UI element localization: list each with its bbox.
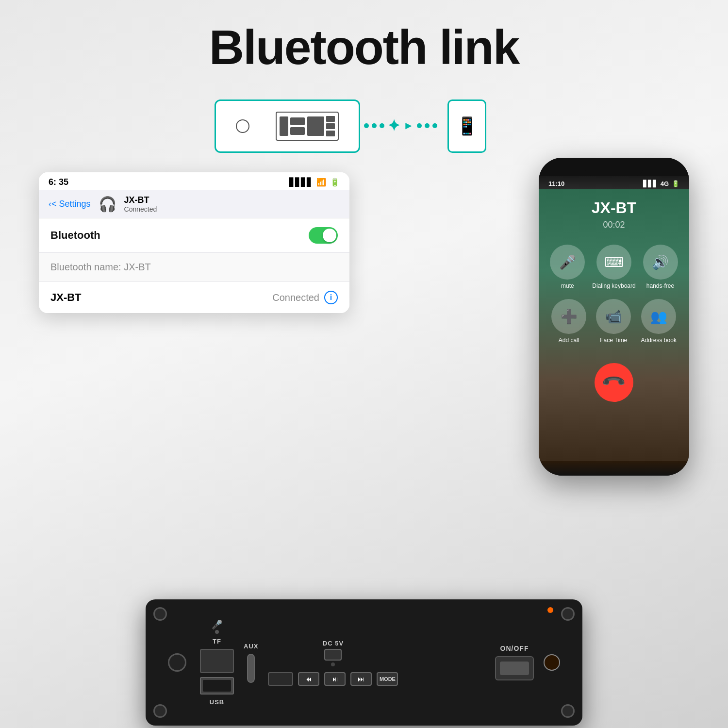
call-buttons-row1: 🎤 mute ⌨ Dialing keyboard 🔊 hands-free: [539, 245, 689, 289]
tf-label: TF: [213, 638, 221, 645]
mic-icon: 🎤: [212, 620, 222, 629]
dot1: [364, 123, 369, 128]
addressbook-button[interactable]: 👥 Address book: [641, 299, 677, 344]
mic-section: 🎤: [212, 619, 222, 634]
bluetooth-toggle-row: Bluetooth: [39, 218, 349, 253]
phone-symbol: 📱: [456, 116, 478, 136]
call-duration: 00:02: [539, 220, 689, 230]
end-call-row: 📞: [539, 353, 689, 416]
dc-dot: [331, 662, 335, 666]
onoff-label: ON/OFF: [500, 645, 529, 652]
led-indicator: [547, 607, 553, 613]
usb-label: USB: [210, 698, 224, 706]
settings-back-label: < Settings: [51, 199, 91, 209]
ios-status-bar: 6: 35 ▋▋▋▋ 📶 🔋: [39, 172, 349, 190]
bluetooth-name-row: Bluetooth name: JX-BT: [39, 253, 349, 282]
onoff-switch[interactable]: [495, 656, 534, 680]
signal-icon: ▋▋▋▋: [289, 178, 313, 187]
display-bar2: [307, 116, 324, 136]
mode-label: MODE: [380, 676, 396, 682]
mute-label: mute: [561, 282, 574, 289]
prev-button[interactable]: ⏮: [298, 672, 319, 686]
wifi-icon: 📶: [316, 178, 326, 187]
bt-signal-dots: ✦ ►: [364, 116, 437, 135]
connected-info: Connected i: [272, 291, 338, 304]
end-call-button[interactable]: 📞: [595, 363, 633, 402]
handsfree-icon: 🔊: [652, 254, 669, 270]
keyboard-button[interactable]: ⌨ Dialing keyboard: [592, 245, 635, 289]
play-icon: ⏯: [331, 675, 338, 683]
dot5: [425, 123, 430, 128]
aux-section: AUX: [244, 643, 258, 683]
facetime-btn-circle: 📹: [596, 299, 631, 334]
next-button[interactable]: ⏭: [350, 672, 372, 686]
screw-tr: [561, 607, 575, 621]
onoff-slider: [500, 662, 529, 675]
info-button[interactable]: i: [324, 291, 338, 304]
handsfree-btn-circle: 🔊: [643, 245, 678, 280]
device-box: [215, 99, 360, 153]
jxbt-device-row: JX-BT Connected i: [39, 282, 349, 313]
play-button[interactable]: ⏯: [324, 672, 346, 686]
call-buttons-row2: ➕ Add call 📹 Face Time 👥 Address book: [539, 299, 689, 344]
nav-device-name: JX-BT: [124, 195, 157, 205]
device-diagram: ✦ ► 📱: [215, 95, 486, 158]
bluetooth-toggle[interactable]: [309, 227, 338, 244]
dc-section: DC 5V: [323, 640, 344, 666]
settings-back-button[interactable]: ‹ < Settings: [49, 199, 91, 209]
iphone-top: [539, 158, 689, 176]
playback-buttons: ⏮ ⏯ ⏭ MODE: [268, 672, 398, 686]
nav-device-info: JX-BT Connected: [124, 195, 157, 213]
addcall-btn-circle: ➕: [551, 299, 586, 334]
addcall-icon: ➕: [561, 309, 578, 325]
mute-btn-circle: 🎤: [550, 245, 585, 280]
screw-br: [561, 704, 575, 718]
iphone-call-screen-body: JX-BT 00:02 🎤 mute ⌨ Dialing keyboard: [539, 189, 689, 461]
jxbt-device-name: JX-BT: [50, 291, 82, 304]
onoff-section: ON/OFF: [495, 645, 534, 680]
iphone-call-screen: 11:10 ▋▋▋ 4G 🔋 JX-BT 00:02 🎤 mute: [539, 158, 689, 476]
keyboard-btn-circle: ⌨: [596, 245, 631, 280]
dot3: [380, 123, 384, 128]
keyboard-icon: ⌨: [604, 254, 624, 270]
iphone-signal: ▋▋▋: [643, 180, 658, 187]
iphone-time: 11:10: [548, 180, 564, 187]
facetime-button[interactable]: 📹 Face Time: [596, 299, 631, 344]
handsfree-label: hands-free: [646, 282, 674, 289]
mode-button[interactable]: MODE: [377, 672, 398, 686]
addressbook-icon: 👥: [650, 309, 667, 325]
prev-icon: ⏮: [305, 675, 312, 683]
page-title: Bluetooth link: [0, 0, 728, 75]
knob-icon: [236, 119, 249, 133]
addressbook-btn-circle: 👥: [641, 299, 676, 334]
iphone-battery: 🔋: [672, 180, 679, 187]
bluetooth-icon: ✦: [387, 116, 400, 135]
iphone-status-icons: ▋▋▋ 4G 🔋: [643, 180, 679, 187]
phone-icon-small: 📱: [447, 99, 486, 153]
status-led: [544, 654, 560, 671]
bluetooth-label: Bluetooth: [50, 229, 100, 242]
aux-label: AUX: [244, 643, 258, 650]
caller-name: JX-BT: [539, 199, 689, 217]
nav-device-status: Connected: [124, 205, 157, 213]
dot4: [417, 123, 422, 128]
next-icon: ⏭: [358, 675, 364, 683]
dot2: [372, 123, 377, 128]
iphone-network: 4G: [661, 180, 669, 187]
dot6: [432, 123, 437, 128]
tf-usb-section: 🎤 TF USB: [200, 619, 234, 706]
iphone-bottom: [539, 461, 689, 476]
usb-port: [200, 677, 234, 695]
dc-controls-section: DC 5V ⏮ ⏯ ⏭ MODE: [268, 640, 398, 686]
mute-icon: 🎤: [559, 254, 576, 270]
screw-tl: [153, 607, 167, 621]
handsfree-button[interactable]: 🔊 hands-free: [643, 245, 678, 289]
mute-button[interactable]: 🎤 mute: [550, 245, 585, 289]
tf-card-slot: [200, 649, 234, 673]
bluetooth-name-label: Bluetooth name: JX-BT: [50, 262, 151, 272]
addcall-button[interactable]: ➕ Add call: [551, 299, 586, 344]
facetime-label: Face Time: [600, 337, 627, 344]
pcb-module: 🎤 TF USB AUX DC 5V ⏮: [146, 599, 582, 726]
battery-icon: 🔋: [330, 178, 340, 187]
display-bar1: [280, 116, 288, 136]
